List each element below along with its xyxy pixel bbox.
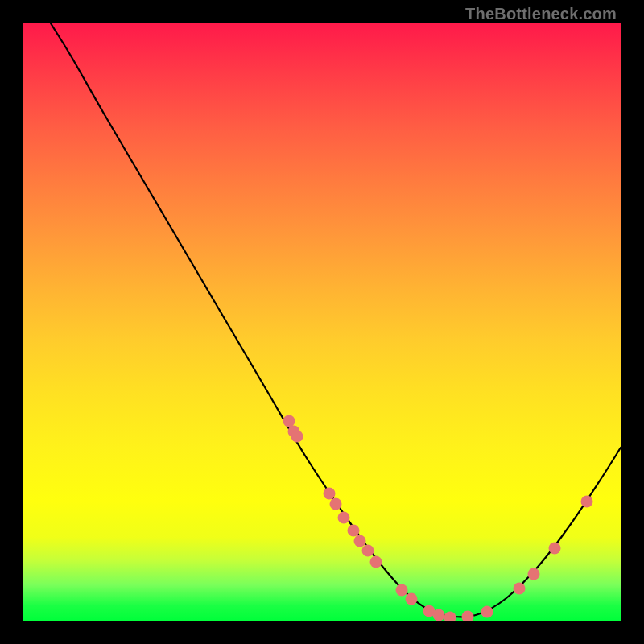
chart-marker — [330, 498, 342, 510]
chart-marker — [406, 593, 418, 605]
chart-svg-layer — [23, 23, 621, 621]
chart-marker — [291, 431, 303, 443]
chart-marker — [444, 612, 456, 621]
chart-marker — [581, 496, 593, 508]
chart-marker — [481, 606, 493, 618]
chart-marker — [324, 488, 336, 500]
chart-curve — [51, 23, 621, 617]
chart-marker — [354, 535, 366, 547]
chart-marker — [348, 525, 360, 537]
chart-marker — [462, 611, 474, 621]
chart-marker — [362, 545, 374, 557]
chart-markers-group — [283, 415, 593, 621]
chart-marker — [283, 415, 295, 427]
chart-marker — [433, 609, 445, 621]
chart-marker — [370, 556, 382, 568]
watermark-text: TheBottleneck.com — [465, 5, 617, 23]
chart-marker — [338, 512, 350, 524]
chart-frame — [23, 23, 621, 621]
chart-marker — [549, 543, 561, 555]
chart-marker — [528, 568, 540, 580]
chart-marker — [514, 583, 526, 595]
chart-marker — [396, 584, 408, 597]
